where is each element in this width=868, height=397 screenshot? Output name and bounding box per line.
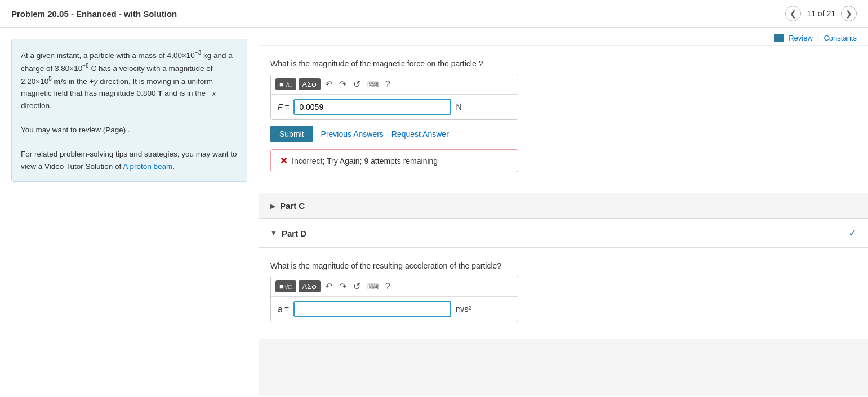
greek-label: ΑΣφ — [302, 80, 317, 88]
part-c-title: Part C — [280, 201, 305, 211]
part-d-section: ▼ Part D ✓ What is the magnitude of the … — [259, 218, 868, 339]
part-d-input-container: ■ √□ ΑΣφ ↶ ↷ ↺ ⌨ ? a = — [270, 276, 518, 322]
keyboard-button[interactable]: ⌨ — [365, 79, 381, 90]
answer-row: F = N — [271, 95, 518, 119]
part-d-answer-label: a = — [278, 305, 289, 314]
error-box: ✕ Incorrect; Try Again; 9 attempts remai… — [270, 149, 518, 172]
part-d-sqrt-icon: √□ — [285, 283, 292, 290]
redo-button[interactable]: ↷ — [337, 78, 349, 91]
review-link[interactable]: Review — [789, 34, 813, 42]
previous-answers-button[interactable]: Previous Answers — [321, 130, 384, 139]
part-d-header[interactable]: ▼ Part D ✓ — [259, 218, 868, 248]
part-d-content: What is the magnitude of the resulting a… — [259, 248, 868, 339]
greek-symbols-button[interactable]: ΑΣφ — [299, 78, 321, 90]
nav-label: 11 of 21 — [807, 9, 835, 18]
page-title: Problem 20.05 - Enhanced - with Solution — [11, 9, 177, 19]
part-d-answer-row: a = m/s² — [271, 297, 518, 322]
answer-input-container: ■ √□ ΑΣφ ↶ ↷ ↺ ⌨ ? F = N — [270, 74, 518, 120]
header: Problem 20.05 - Enhanced - with Solution… — [0, 0, 868, 28]
part-d-math-toolbar: ■ √□ ΑΣφ ↶ ↷ ↺ ⌨ ? — [271, 276, 518, 297]
part-d-refresh-button[interactable]: ↺ — [351, 280, 363, 293]
part-d-question: What is the magnitude of the resulting a… — [270, 261, 857, 270]
main-layout: At a given instant, a particle with a ma… — [0, 28, 868, 396]
nav-controls: ❮ 11 of 21 ❯ — [785, 6, 857, 21]
submit-button[interactable]: Submit — [270, 126, 313, 142]
problem-box: At a given instant, a particle with a ma… — [11, 39, 247, 182]
separator: | — [817, 33, 820, 42]
problem-text: At a given instant, a particle with a ma… — [21, 48, 238, 111]
question-text: What is the magnitude of the magnetic fo… — [270, 59, 857, 68]
part-c-arrow: ▶ — [270, 202, 275, 210]
review-text: You may want to review (Page) . — [21, 124, 238, 136]
sqrt-icon: √□ — [285, 81, 292, 88]
review-icon — [774, 34, 784, 42]
math-template-icon: ■ — [279, 80, 284, 88]
prev-button[interactable]: ❮ — [785, 6, 801, 21]
part-b-content: What is the magnitude of the magnetic fo… — [259, 46, 868, 193]
answer-label: F = — [278, 102, 289, 111]
tips-text: For related problem-solving tips and str… — [21, 148, 238, 172]
proton-beam-link[interactable]: A proton beam — [123, 162, 172, 171]
part-d-math-icon: ■ — [279, 282, 284, 291]
part-d-greek-button[interactable]: ΑΣφ — [299, 280, 321, 292]
refresh-button[interactable]: ↺ — [351, 78, 363, 91]
part-d-redo-button[interactable]: ↷ — [337, 280, 349, 293]
part-d-help-button[interactable]: ? — [383, 280, 393, 293]
math-templates-button[interactable]: ■ √□ — [275, 78, 296, 90]
part-d-undo-button[interactable]: ↶ — [323, 280, 335, 293]
part-c-section: ▶ Part C — [259, 193, 868, 218]
error-message: Incorrect; Try Again; 9 attempts remaini… — [292, 157, 438, 166]
math-toolbar: ■ √□ ΑΣφ ↶ ↷ ↺ ⌨ ? — [271, 74, 518, 95]
part-d-keyboard-button[interactable]: ⌨ — [365, 281, 381, 292]
answer-input[interactable] — [293, 99, 451, 115]
part-d-check-icon: ✓ — [848, 227, 857, 239]
buttons-row: Submit Previous Answers Request Answer — [270, 126, 857, 142]
right-panel[interactable]: Review | Constants What is the magnitude… — [259, 28, 868, 396]
top-links-bar: Review | Constants — [259, 28, 868, 46]
part-d-arrow: ▼ — [270, 229, 277, 237]
part-d-unit: m/s² — [456, 305, 471, 314]
constants-link[interactable]: Constants — [824, 34, 857, 42]
part-d-answer-input[interactable] — [293, 301, 451, 317]
next-button[interactable]: ❯ — [841, 6, 857, 21]
left-panel: At a given instant, a particle with a ma… — [0, 28, 259, 396]
error-icon: ✕ — [280, 155, 287, 166]
answer-unit: N — [456, 102, 461, 111]
request-answer-button[interactable]: Request Answer — [391, 130, 449, 139]
part-d-title: Part D — [282, 229, 306, 238]
help-button[interactable]: ? — [383, 78, 393, 91]
part-d-greek-label: ΑΣφ — [302, 282, 317, 291]
part-c-header[interactable]: ▶ Part C — [259, 193, 868, 218]
undo-button[interactable]: ↶ — [323, 78, 335, 91]
part-d-math-templates-button[interactable]: ■ √□ — [275, 280, 296, 292]
